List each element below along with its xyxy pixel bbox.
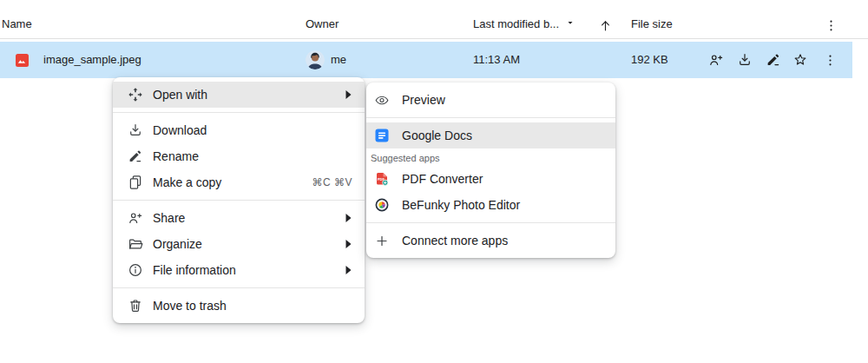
submenu-item-label: Preview [402, 93, 603, 107]
menu-item-download[interactable]: Download [113, 117, 365, 143]
drive-file-list: Name Owner Last modified b... File size … [0, 0, 868, 363]
submenu-item-label: PDF Converter [402, 172, 603, 186]
chevron-right-icon [344, 239, 352, 249]
info-icon [128, 262, 143, 278]
column-header-name[interactable]: Name [2, 10, 32, 38]
menu-item-organize[interactable]: Organize [113, 231, 365, 257]
last-modified-label: Last modified b... [473, 10, 559, 38]
menu-item-label: Share [153, 211, 344, 225]
column-header-last-modified[interactable]: Last modified b... [473, 10, 575, 38]
list-header: Name Owner Last modified b... File size [0, 10, 868, 38]
column-header-owner: Owner [306, 10, 339, 38]
befunky-photo-editor-icon [375, 198, 389, 212]
header-divider [0, 38, 868, 39]
share-person-add-icon[interactable] [708, 52, 724, 68]
menu-divider [113, 287, 365, 288]
pdf-converter-icon: PDF [375, 172, 389, 186]
chevron-right-icon [344, 89, 352, 100]
file-row-selected[interactable]: image_sample.jpeg me 11:13 AM 192 KB [0, 42, 852, 78]
owner-avatar [306, 50, 325, 69]
menu-item-label: Open with [153, 88, 344, 102]
google-docs-icon [375, 129, 389, 142]
image-file-icon [16, 54, 29, 67]
chevron-right-icon [344, 213, 352, 223]
column-header-file-size: File size [631, 10, 673, 38]
rename-pencil-icon [128, 148, 143, 164]
menu-divider [366, 117, 615, 118]
submenu-item-preview[interactable]: Preview [366, 87, 615, 113]
menu-divider [113, 200, 365, 201]
open-with-icon [128, 87, 143, 102]
file-size: 192 KB [631, 42, 668, 78]
menu-item-rename[interactable]: Rename [113, 143, 365, 169]
submenu-item-google-docs[interactable]: Google Docs [366, 122, 615, 148]
submenu-item-label: Google Docs [402, 129, 603, 142]
caret-down-icon [565, 10, 575, 38]
menu-item-make-a-copy[interactable]: Make a copy ⌘C ⌘V [113, 169, 365, 195]
submenu-item-label: Connect more apps [402, 234, 603, 248]
menu-divider [366, 222, 615, 223]
menu-item-label: Organize [153, 237, 344, 251]
folder-organize-icon [128, 236, 143, 252]
menu-item-share[interactable]: Share [113, 205, 365, 231]
file-modified-time: 11:13 AM [473, 42, 520, 78]
rename-pencil-icon[interactable] [766, 52, 781, 68]
trash-icon [128, 298, 143, 314]
submenu-item-label: BeFunky Photo Editor [402, 198, 603, 212]
suggested-apps-label: Suggested apps [366, 148, 615, 166]
submenu-item-connect-more-apps[interactable]: Connect more apps [366, 228, 615, 254]
context-menu: Open with Download Rename Make a copy ⌘C… [113, 77, 365, 323]
menu-item-move-to-trash[interactable]: Move to trash [113, 293, 365, 319]
header-more-options-icon[interactable] [823, 17, 838, 33]
menu-item-label: Make a copy [153, 175, 312, 189]
menu-divider [113, 112, 365, 113]
download-icon[interactable] [737, 52, 753, 68]
keyboard-shortcut: ⌘C ⌘V [312, 176, 352, 188]
menu-item-label: File information [153, 263, 344, 277]
owner-name: me [331, 42, 346, 78]
menu-item-file-information[interactable]: File information [113, 257, 365, 283]
plus-icon [375, 234, 389, 248]
open-with-submenu: Preview Google Docs Suggested apps PDF P… [366, 82, 615, 258]
menu-item-label: Download [153, 123, 352, 137]
share-person-add-icon [128, 210, 143, 226]
submenu-item-pdf-converter[interactable]: PDF PDF Converter [366, 166, 615, 192]
chevron-right-icon [344, 265, 352, 275]
submenu-item-befunky[interactable]: BeFunky Photo Editor [366, 192, 615, 218]
download-icon [128, 122, 143, 138]
file-name: image_sample.jpeg [43, 42, 141, 78]
copy-icon [128, 175, 143, 190]
star-icon[interactable] [792, 52, 808, 68]
menu-item-label: Rename [153, 149, 352, 163]
sort-direction-arrow-up-icon[interactable] [597, 17, 613, 33]
menu-item-label: Move to trash [153, 299, 352, 313]
menu-item-open-with[interactable]: Open with [113, 82, 365, 108]
row-more-options-icon[interactable] [822, 52, 838, 68]
preview-eye-icon [375, 93, 389, 107]
